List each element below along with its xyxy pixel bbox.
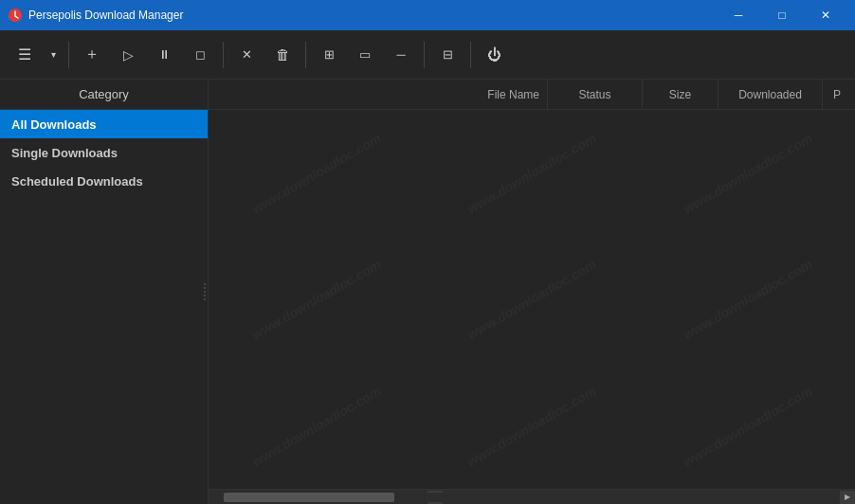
schedule-button[interactable]: ⊞: [312, 38, 346, 72]
minimize-button[interactable]: ─: [384, 38, 418, 72]
watermark-text: www.downloadloc.com: [209, 110, 441, 281]
col-progress: P: [823, 80, 851, 109]
minimize-window-button[interactable]: ─: [717, 0, 760, 30]
resizer-dot: [204, 298, 206, 300]
sidebar-item-scheduled-downloads[interactable]: Scheduled Downloads: [0, 167, 208, 195]
table-header: File Name Status Size Downloaded P: [209, 80, 855, 110]
horizontal-scrollbar[interactable]: ◀ ▶: [209, 489, 855, 504]
col-size: Size: [643, 80, 719, 109]
watermark-text: www.downloadloc.com: [623, 317, 855, 489]
content-area: File Name Status Size Downloaded P www.d…: [209, 80, 855, 504]
titlebar: Persepolis Download Manager ─ □ ✕: [0, 0, 855, 30]
toolbar-separator-1: [68, 42, 69, 68]
dropdown-button[interactable]: ▾: [44, 38, 63, 72]
add-download-button[interactable]: ＋: [75, 38, 109, 72]
watermark-text: www.downloadloc.com: [623, 190, 855, 407]
delete-button[interactable]: 🗑: [265, 38, 300, 72]
maximize-window-button[interactable]: □: [760, 0, 804, 30]
resizer-dot: [204, 291, 206, 293]
scroll-right-arrow[interactable]: ▶: [840, 491, 855, 504]
app-title: Persepolis Download Manager: [28, 9, 717, 22]
scrollbar-track[interactable]: [224, 493, 825, 502]
sidebar-category-header: Category: [0, 80, 208, 110]
sidebar-item-single-downloads[interactable]: Single Downloads: [0, 138, 208, 167]
table-body: www.downloadloc.com www.downloadloc.com …: [209, 110, 855, 489]
resizer-dot: [204, 283, 206, 285]
sidebar: Category All Downloads Single Downloads …: [0, 80, 209, 504]
sidebar-item-all-downloads[interactable]: All Downloads: [0, 110, 208, 138]
app-icon: [8, 8, 23, 23]
scrollbar-thumb[interactable]: [224, 493, 394, 502]
watermark-text: www.downloadloc.com: [407, 190, 657, 407]
toolbar-separator-2: [223, 42, 224, 68]
menu-button[interactable]: ☰: [8, 38, 42, 72]
resizer-dot: [204, 287, 206, 289]
toolbar-separator-3: [305, 42, 306, 68]
pause-button[interactable]: ⏸: [147, 38, 181, 72]
watermark-text: www.downloadloc.com: [407, 317, 657, 489]
watermark: www.downloadloc.com www.downloadloc.com …: [209, 110, 855, 489]
watermark-text: www.downloadloc.com: [209, 317, 441, 489]
main-layout: Category All Downloads Single Downloads …: [0, 80, 855, 504]
resizer-dot: [204, 295, 206, 297]
col-file-name: File Name: [212, 80, 548, 109]
resume-button[interactable]: ▷: [111, 38, 145, 72]
toolbar-separator-4: [424, 42, 425, 68]
toolbar: ☰ ▾ ＋ ▷ ⏸ ◻ ✕ 🗑 ⊞ ▭ ─ ⊟ ⏻: [0, 30, 855, 80]
col-status: Status: [548, 80, 643, 109]
window-controls: ─ □ ✕: [717, 0, 847, 30]
col-downloaded: Downloaded: [719, 80, 823, 109]
remove-button[interactable]: ✕: [229, 38, 264, 72]
power-button[interactable]: ⏻: [477, 38, 511, 72]
close-window-button[interactable]: ✕: [804, 0, 847, 30]
sidebar-resizer[interactable]: [202, 273, 208, 311]
fullscreen-button[interactable]: ⊟: [430, 38, 464, 72]
stop-button[interactable]: ◻: [183, 38, 217, 72]
toolbar-separator-5: [470, 42, 471, 68]
watermark-text: www.downloadloc.com: [623, 110, 855, 281]
watermark-text: www.downloadloc.com: [209, 190, 441, 407]
window-view-button[interactable]: ▭: [348, 38, 382, 72]
watermark-text: www.downloadloc.com: [407, 110, 657, 281]
